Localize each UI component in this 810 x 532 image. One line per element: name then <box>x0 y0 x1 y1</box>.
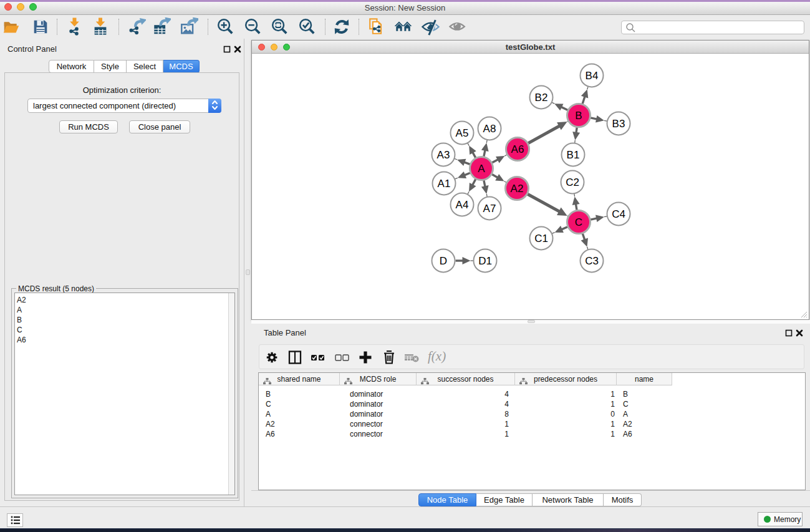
svg-text:C4: C4 <box>612 208 625 220</box>
svg-text:B1: B1 <box>567 149 580 161</box>
svg-text:C1: C1 <box>534 233 548 244</box>
svg-text:C2: C2 <box>566 177 579 188</box>
svg-text:B4: B4 <box>586 70 599 82</box>
svg-text:B: B <box>575 110 582 122</box>
svg-text:B3: B3 <box>612 118 625 130</box>
svg-text:A3: A3 <box>437 149 450 161</box>
svg-text:A7: A7 <box>483 203 496 215</box>
svg-text:A4: A4 <box>456 199 469 211</box>
svg-text:B2: B2 <box>535 92 548 104</box>
svg-text:C3: C3 <box>585 255 599 267</box>
svg-text:A: A <box>478 163 485 175</box>
svg-text:A8: A8 <box>483 123 496 135</box>
svg-text:A5: A5 <box>456 127 469 139</box>
svg-text:A2: A2 <box>511 183 524 195</box>
svg-text:D: D <box>440 255 447 267</box>
svg-text:D1: D1 <box>478 255 492 267</box>
svg-text:C: C <box>575 216 582 228</box>
svg-text:A6: A6 <box>511 143 524 155</box>
svg-text:A1: A1 <box>438 178 451 190</box>
